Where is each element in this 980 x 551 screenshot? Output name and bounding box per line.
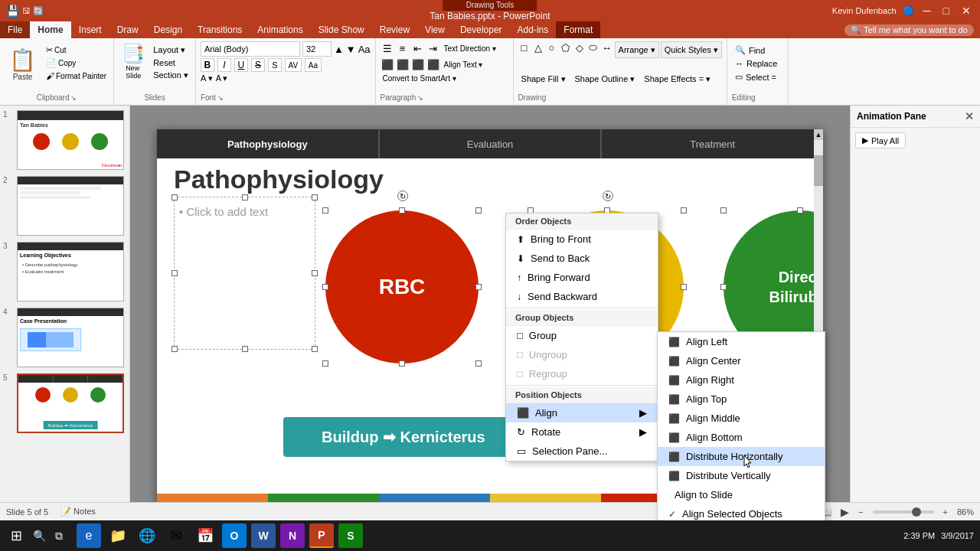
shape-icon[interactable]: ◇: [573, 41, 586, 54]
tab-animations[interactable]: Animations: [250, 21, 310, 38]
align-right-btn[interactable]: ⬛: [411, 57, 425, 71]
ctx-regroup[interactable]: □Regroup: [506, 364, 658, 383]
reset-btn[interactable]: Reset: [151, 57, 191, 68]
tab-slideshow[interactable]: Slide Show: [311, 21, 372, 38]
zoom-slider[interactable]: [873, 510, 934, 514]
clear-format-btn[interactable]: Aa: [358, 44, 371, 55]
replace-btn[interactable]: ↔ Replace: [732, 58, 783, 69]
sub-distribute-horizontally[interactable]: ⬛Distribute Horizontally: [658, 447, 825, 466]
section-btn[interactable]: Section ▾: [151, 70, 191, 81]
shape-fill-btn[interactable]: Shape Fill ▾: [518, 73, 569, 85]
buildup-btn[interactable]: Buildup ➡ Kernicterus: [283, 417, 524, 457]
close-anim-pane-btn[interactable]: ✕: [965, 110, 974, 122]
font-size-input[interactable]: [302, 41, 332, 57]
taskbar-outlook[interactable]: O: [222, 523, 247, 548]
play-all-btn[interactable]: ▶Play All: [855, 132, 906, 148]
ctx-selection-pane[interactable]: ▭Selection Pane...: [506, 442, 658, 461]
tab-insert[interactable]: Insert: [71, 21, 109, 38]
ctx-send-back[interactable]: ⬇Send to Back: [506, 249, 658, 268]
shape-icon[interactable]: ⬭: [587, 41, 599, 54]
maximize-btn[interactable]: □: [940, 5, 952, 17]
rbc-circle-container[interactable]: RBC: [325, 210, 479, 364]
taskbar-word[interactable]: W: [251, 523, 276, 548]
zoom-in-btn[interactable]: +: [943, 507, 948, 517]
sub-align-center[interactable]: ⬛Align Center: [658, 351, 825, 370]
start-btn[interactable]: ⊞: [6, 527, 27, 544]
font-size-dec[interactable]: ▼: [346, 44, 356, 55]
rotate-handle-2[interactable]: ↻: [603, 191, 613, 201]
sub-align-to-slide[interactable]: Align to Slide: [658, 485, 825, 504]
cut-btn[interactable]: ✂Cut: [44, 44, 109, 56]
bold-btn[interactable]: B: [201, 58, 214, 72]
find-btn[interactable]: 🔍 Find: [732, 44, 783, 56]
notes-btn[interactable]: 📝 Notes: [60, 507, 96, 517]
ctx-bring-forward[interactable]: ↑Bring Forward: [506, 268, 658, 287]
taskbar-edge[interactable]: e: [77, 523, 101, 548]
shape-effects-btn[interactable]: Shape Effects = ▾: [641, 73, 714, 85]
zoom-level[interactable]: 86%: [957, 507, 974, 517]
tab-review[interactable]: Review: [372, 21, 417, 38]
taskbar-mail[interactable]: ✉: [164, 523, 188, 548]
minimize-btn[interactable]: ─: [920, 5, 934, 17]
task-view-btn[interactable]: ⧉: [52, 530, 66, 543]
increase-indent-btn[interactable]: ⇥: [426, 41, 440, 55]
sub-align-middle[interactable]: ⬛Align Middle: [658, 409, 825, 428]
search-btn[interactable]: 🔍: [30, 530, 49, 542]
text-direction-btn[interactable]: Text Direction ▾: [442, 44, 498, 54]
ctx-align[interactable]: ⬛Align▶: [506, 403, 658, 422]
justify-btn[interactable]: ⬛: [426, 57, 440, 71]
align-text-btn[interactable]: Align Text ▾: [442, 60, 485, 70]
slide-thumb-1[interactable]: 1 Tan Babies Cincinnati: [3, 110, 126, 170]
new-slide-btn[interactable]: 📑 NewSlide: [119, 41, 148, 81]
char-space-btn[interactable]: AV: [285, 58, 302, 72]
ctx-rotate[interactable]: ↻Rotate▶: [506, 422, 658, 442]
numbered-list-btn[interactable]: ≡: [396, 41, 410, 55]
align-left-btn[interactable]: ⬛: [381, 57, 394, 71]
font-size-inc[interactable]: ▲: [334, 44, 344, 55]
convert-smartart-btn[interactable]: Convert to SmartArt ▾: [381, 73, 459, 83]
decrease-indent-btn[interactable]: ⇤: [411, 41, 425, 55]
font-color-btn[interactable]: A ▾: [201, 73, 213, 83]
tab-design[interactable]: Design: [146, 21, 190, 38]
tab-addins[interactable]: Add-ins: [510, 21, 557, 38]
highlight-btn[interactable]: A ▾: [216, 73, 228, 83]
sub-distribute-vertically[interactable]: ⬛Distribute Vertically: [658, 466, 825, 485]
shape-icon[interactable]: ↔: [601, 41, 613, 54]
shape-icon[interactable]: ○: [546, 41, 558, 54]
bullet-list-btn[interactable]: ☰: [381, 41, 394, 55]
taskbar-explorer[interactable]: 📁: [106, 523, 130, 548]
rotate-handle-1[interactable]: ↻: [397, 191, 408, 201]
tab-transitions[interactable]: Transitions: [190, 21, 250, 38]
view-slideshow-btn[interactable]: ▶: [841, 506, 849, 518]
shape-outline-btn[interactable]: Shape Outline ▾: [572, 73, 639, 85]
select-btn[interactable]: ▭ Select =: [732, 71, 783, 83]
change-case-btn[interactable]: Aa: [305, 58, 322, 72]
taskbar-powerpoint[interactable]: P: [309, 523, 334, 548]
arrange-btn[interactable]: Arrange ▾: [615, 41, 659, 58]
ctx-bring-front[interactable]: ⬆Bring to Front: [506, 230, 658, 249]
slide-thumb-2[interactable]: 2: [3, 176, 126, 236]
taskbar-onenote[interactable]: N: [280, 523, 305, 548]
font-family-input[interactable]: [201, 41, 300, 57]
ctx-ungroup[interactable]: □Ungroup: [506, 345, 658, 364]
layout-btn[interactable]: Layout ▾: [151, 44, 191, 56]
quick-styles-btn[interactable]: Quick Styles ▾: [661, 41, 722, 58]
shape-icon[interactable]: ⬠: [560, 41, 572, 54]
tab-format[interactable]: Format: [556, 21, 600, 38]
shape-icon[interactable]: □: [518, 41, 531, 54]
format-painter-btn[interactable]: 🖌Format Painter: [44, 70, 109, 81]
underline-btn[interactable]: U: [234, 58, 248, 72]
copy-btn[interactable]: 📄Copy: [44, 57, 109, 69]
strikethrough-btn[interactable]: S: [251, 58, 265, 72]
tab-developer[interactable]: Developer: [452, 21, 510, 38]
italic-btn[interactable]: I: [217, 58, 231, 72]
ctx-send-backward[interactable]: ↓Send Backward: [506, 287, 658, 306]
close-btn[interactable]: ✕: [959, 5, 974, 17]
tab-draw[interactable]: Draw: [109, 21, 146, 38]
tab-view[interactable]: View: [417, 21, 452, 38]
tab-file[interactable]: File: [0, 21, 30, 38]
paste-btn[interactable]: 📋 Paste: [5, 41, 41, 87]
text-placeholder[interactable]: • Click to add text: [174, 197, 315, 350]
sub-align-right[interactable]: ⬛Align Right: [658, 370, 825, 390]
slide-thumb-3[interactable]: 3 Learning Objectives • Describe pathoph…: [3, 242, 126, 302]
